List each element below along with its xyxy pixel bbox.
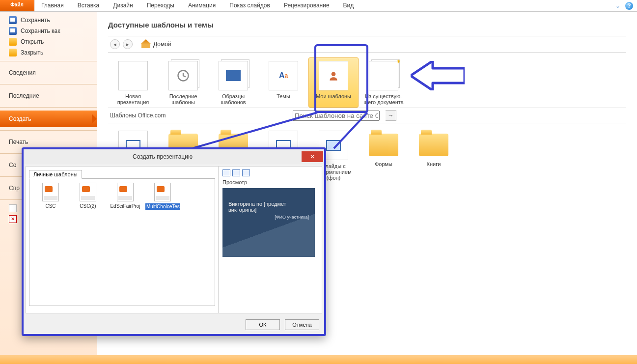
window-controls: ⌄ ?: [615, 0, 637, 11]
side-new[interactable]: Создать: [0, 111, 97, 127]
options-icon: [9, 204, 17, 212]
tpl-label: Темы: [277, 93, 290, 99]
powerpoint-file-icon: [42, 183, 59, 201]
tab-review[interactable]: Рецензирование: [277, 0, 336, 11]
save-as-icon: [9, 27, 17, 35]
template-preview: Викторина по [предмет викторины] [ФИО уч…: [222, 188, 315, 257]
file-label: EdSciFairProj: [108, 203, 142, 209]
view-large-icon[interactable]: [222, 169, 230, 176]
dialog-footer: ОК Отмена: [24, 315, 324, 334]
side-recent-label: Последние: [9, 92, 39, 99]
view-list-icon[interactable]: [232, 169, 240, 176]
side-close[interactable]: Закрыть: [0, 47, 97, 58]
tpl-label: Образцы шаблонов: [221, 93, 246, 105]
dialog-tab-personal[interactable]: Личные шаблоны: [29, 170, 82, 179]
cat-books[interactable]: Книги: [409, 127, 459, 183]
cancel-button[interactable]: Отмена: [285, 319, 319, 330]
sample-thumb-icon: [219, 61, 248, 90]
side-open-label: Открыть: [21, 38, 44, 45]
dialog-body: Личные шаблоны CSC CSC(2) EdSciFairProj …: [26, 166, 322, 313]
dialog-close-button[interactable]: ✕: [302, 151, 323, 162]
nav-fwd[interactable]: ▸: [123, 39, 133, 49]
tab-insert[interactable]: Вставка: [71, 0, 107, 11]
existing-thumb-icon: ✶: [369, 61, 398, 90]
close-icon: [9, 49, 17, 56]
side-save-as[interactable]: Сохранить как: [0, 26, 97, 36]
file-label: MultiChoiceTest: [145, 203, 180, 210]
content-heading: Доступные шаблоны и темы: [108, 21, 626, 29]
file-edsci[interactable]: EdSciFairProj: [108, 183, 142, 209]
view-details-icon[interactable]: [242, 169, 250, 176]
tpl-sample-templates[interactable]: Образцы шаблонов: [208, 57, 258, 108]
file-csc[interactable]: CSC: [33, 183, 68, 209]
recent-thumb-icon: [168, 61, 198, 90]
ok-button[interactable]: ОК: [246, 319, 280, 330]
exit-icon: ✕: [9, 215, 17, 223]
tab-slideshow[interactable]: Показ слайдов: [222, 0, 277, 11]
blank-thumb-icon: [118, 61, 148, 90]
themes-thumb-icon: Aa: [269, 61, 298, 90]
office-label: Шаблоны Office.com: [110, 112, 287, 119]
help-icon[interactable]: ?: [625, 2, 633, 10]
tpl-label: Из существую-щего документа: [363, 93, 404, 105]
file-label: CSC: [33, 203, 68, 209]
powerpoint-file-icon: [80, 183, 96, 201]
save-icon: [9, 16, 17, 24]
side-open[interactable]: Открыть: [0, 36, 97, 47]
tab-animation[interactable]: Анимация: [181, 0, 222, 11]
search-go-button[interactable]: →: [386, 110, 396, 121]
side-print-label: Печать: [9, 139, 28, 145]
breadcrumb-home[interactable]: Домой: [153, 41, 171, 48]
file-multichoice[interactable]: MultiChoiceTest: [145, 183, 180, 210]
tab-design[interactable]: Дизайн: [106, 0, 139, 11]
powerpoint-file-icon: [117, 183, 134, 201]
new-presentation-dialog: Создать презентацию ✕ Личные шаблоны CSC…: [22, 147, 326, 336]
side-info-label: Сведения: [9, 69, 36, 76]
tpl-new-presentation[interactable]: Новая презентация: [108, 57, 158, 108]
side-info[interactable]: Сведения: [0, 64, 97, 81]
dialog-title: Создать презентацию: [24, 153, 302, 160]
tpl-themes[interactable]: AaТемы: [258, 57, 308, 108]
tab-home[interactable]: Главная: [34, 0, 71, 11]
ribbon-collapse-icon[interactable]: ⌄: [615, 2, 620, 9]
side-share-label: Со: [9, 162, 16, 168]
status-bar: [0, 355, 637, 364]
annotation-arrow: [411, 61, 465, 90]
file-csc2[interactable]: CSC(2): [71, 183, 105, 209]
dialog-left-pane: Личные шаблоны CSC CSC(2) EdSciFairProj …: [26, 167, 219, 313]
side-saveas-label: Сохранить как: [21, 28, 60, 34]
annotation-highlight: [314, 44, 368, 113]
side-help-label: Спр: [9, 185, 20, 192]
preview-subtitle: [ФИО участника]: [228, 215, 309, 220]
side-save-label: Сохранить: [21, 17, 50, 24]
tpl-label: Формы: [375, 161, 392, 167]
home-icon[interactable]: [141, 40, 150, 48]
tab-file[interactable]: Файл: [0, 0, 34, 11]
side-recent[interactable]: Последние: [0, 87, 97, 104]
file-label: CSC(2): [71, 203, 105, 209]
tab-view[interactable]: Вид: [336, 0, 361, 11]
template-list: CSC CSC(2) EdSciFairProj MultiChoiceTest: [29, 178, 215, 306]
folder-icon: [419, 134, 448, 156]
tpl-label: Последние шаблоны: [169, 93, 197, 105]
side-save[interactable]: Сохранить: [0, 15, 97, 26]
dialog-titlebar[interactable]: Создать презентацию ✕: [24, 149, 324, 164]
dialog-tabs: Личные шаблоны: [29, 169, 215, 178]
tpl-label: Новая презентация: [117, 93, 149, 105]
powerpoint-file-icon: [154, 183, 171, 201]
dialog-right-pane: Просмотр Викторина по [предмет викторины…: [219, 167, 322, 313]
tpl-recent-templates[interactable]: Последние шаблоны: [158, 57, 208, 108]
tab-transitions[interactable]: Переходы: [140, 0, 181, 11]
view-switcher: [222, 169, 318, 176]
side-new-label: Создать: [9, 115, 31, 122]
nav-back[interactable]: ◂: [110, 39, 120, 49]
ribbon: Файл Главная Вставка Дизайн Переходы Ани…: [0, 0, 637, 12]
folder-icon: [369, 134, 398, 156]
preview-title: Викторина по [предмет викторины]: [228, 201, 286, 213]
tpl-label: Книги: [427, 161, 441, 167]
open-icon: [9, 38, 17, 46]
side-close-label: Закрыть: [21, 49, 43, 56]
preview-label: Просмотр: [222, 179, 318, 185]
cat-forms[interactable]: Формы: [359, 127, 409, 183]
